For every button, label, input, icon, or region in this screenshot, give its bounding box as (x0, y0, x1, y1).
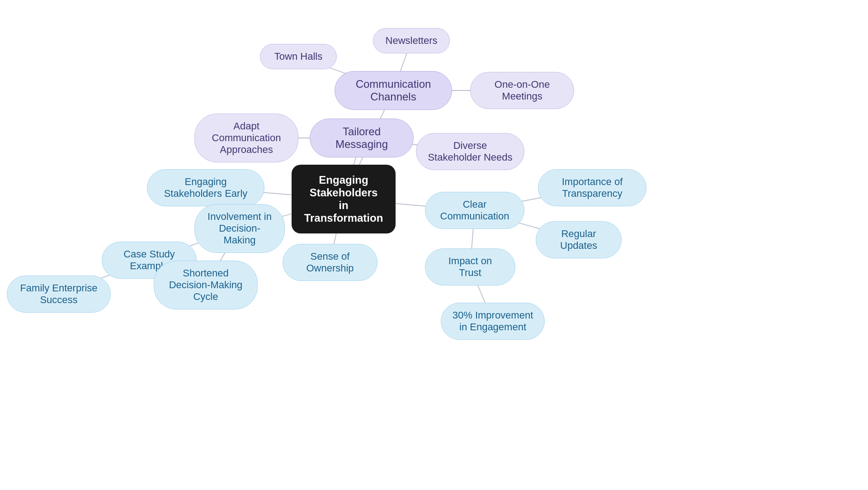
node-sense-ownership[interactable]: Sense of Ownership (283, 244, 377, 281)
node-diverse-stakeholder[interactable]: Diverse Stakeholder Needs (416, 133, 524, 170)
node-involvement-decision[interactable]: Involvement in Decision-Making (194, 204, 285, 253)
node-town-halls[interactable]: Town Halls (260, 44, 337, 69)
node-tailored-messaging[interactable]: Tailored Messaging (310, 119, 414, 157)
node-family-enterprise[interactable]: Family Enterprise Success (7, 276, 111, 313)
node-shortened-decision[interactable]: Shortened Decision-Making Cycle (154, 261, 258, 309)
node-importance-transparency[interactable]: Importance of Transparency (538, 169, 646, 206)
center-node[interactable]: Engaging Stakeholders in Transformation (292, 165, 396, 233)
node-regular-updates[interactable]: Regular Updates (536, 221, 622, 258)
node-one-on-one[interactable]: One-on-One Meetings (470, 72, 574, 109)
mind-map: Engaging Stakeholders in TransformationC… (0, 0, 868, 490)
node-engaging-early[interactable]: Engaging Stakeholders Early (147, 169, 264, 206)
node-improvement-engagement[interactable]: 30% Improvement in Engagement (441, 303, 545, 340)
node-adapt-communication[interactable]: Adapt Communication Approaches (194, 114, 298, 162)
node-newsletters[interactable]: Newsletters (373, 28, 450, 53)
node-clear-communication[interactable]: Clear Communication (425, 192, 524, 229)
node-communication-channels[interactable]: Communication Channels (335, 71, 452, 110)
node-impact-trust[interactable]: Impact on Trust (425, 248, 515, 285)
